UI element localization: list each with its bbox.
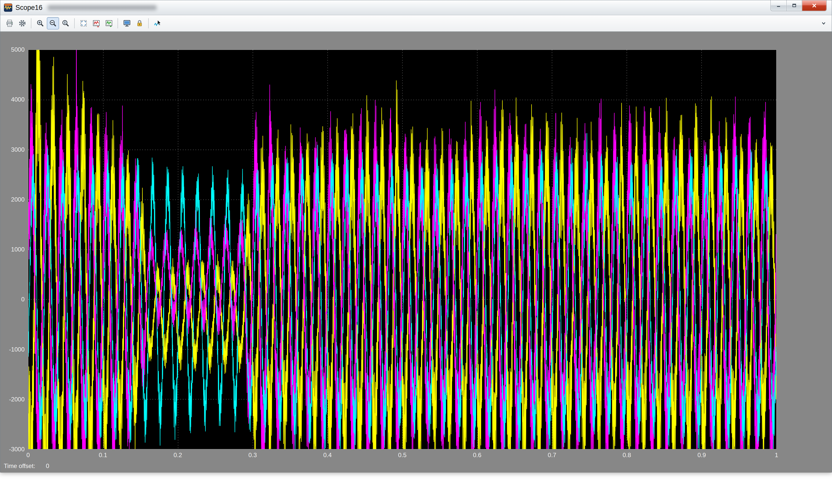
zoom-y-button[interactable] xyxy=(59,17,72,29)
toolbar-separator xyxy=(31,18,32,28)
x-tick-label: 1 xyxy=(761,451,792,459)
zoom-x-icon xyxy=(49,19,57,28)
x-tick-label: 0.5 xyxy=(387,451,418,459)
signal-selection-icon xyxy=(153,19,162,28)
time-offset-label: Time offset: xyxy=(4,462,35,469)
status-bar: Time offset:0 xyxy=(4,462,49,470)
figure-area: 500040003000200010000-1000-2000-3000 00.… xyxy=(0,32,832,473)
save-axes-button[interactable] xyxy=(90,17,102,29)
zoom-x-button[interactable] xyxy=(47,17,59,29)
minimize-button[interactable] xyxy=(771,0,786,11)
y-tick-label: 2000 xyxy=(0,196,25,203)
toolbar-overflow-icon[interactable] xyxy=(818,18,829,28)
toolbar-separator xyxy=(148,18,149,28)
toolbar-separator xyxy=(118,18,118,28)
toolbar-separator xyxy=(74,18,75,28)
time-offset-value: 0 xyxy=(46,462,49,469)
y-tick-label: -2000 xyxy=(0,396,25,403)
toolbar xyxy=(0,15,832,32)
scope-canvas[interactable] xyxy=(28,50,776,449)
autoscale-icon xyxy=(79,19,88,28)
maximize-button[interactable] xyxy=(786,0,802,11)
window-controls xyxy=(771,0,827,11)
print-icon xyxy=(5,19,14,28)
y-tick-label: 4000 xyxy=(0,96,25,103)
blurred-title-text xyxy=(48,5,157,10)
x-tick-label: 0.8 xyxy=(612,451,642,459)
x-tick-label: 0.4 xyxy=(312,451,343,459)
scope-window: Scope16 xyxy=(0,0,832,472)
scope-app-icon xyxy=(4,3,12,12)
x-tick-label: 0.1 xyxy=(88,451,118,459)
print-button[interactable] xyxy=(4,17,16,29)
lock-axes-button[interactable] xyxy=(133,17,146,29)
restore-axes-icon xyxy=(105,19,113,28)
x-tick-label: 0.2 xyxy=(163,451,193,459)
floating-scope-button[interactable] xyxy=(121,17,133,29)
y-tick-label: 1000 xyxy=(0,246,25,253)
parameters-icon xyxy=(18,19,27,28)
close-button[interactable] xyxy=(802,0,827,11)
y-tick-label: 3000 xyxy=(0,146,25,154)
y-tick-label: 0 xyxy=(0,296,25,303)
restore-axes-button[interactable] xyxy=(103,17,115,29)
x-tick-label: 0.6 xyxy=(462,451,492,459)
zoom-y-icon xyxy=(61,19,70,28)
plot-area[interactable] xyxy=(28,50,777,449)
titlebar[interactable]: Scope16 xyxy=(0,0,832,15)
y-tick-label: -1000 xyxy=(0,346,25,353)
y-tick-label: 5000 xyxy=(0,46,25,53)
x-tick-label: 0.7 xyxy=(537,451,567,459)
signal-selection-button[interactable] xyxy=(152,17,164,29)
lock-icon xyxy=(135,19,144,28)
autoscale-button[interactable] xyxy=(78,17,90,29)
save-axes-icon xyxy=(92,19,101,28)
x-tick-label: 0.3 xyxy=(237,451,268,459)
x-tick-label: 0.9 xyxy=(686,451,717,459)
zoom-icon xyxy=(36,19,45,28)
window-title: Scope16 xyxy=(16,4,43,12)
x-tick-label: 0 xyxy=(13,451,43,459)
zoom-button[interactable] xyxy=(34,17,46,29)
floating-scope-icon xyxy=(123,19,131,28)
parameters-button[interactable] xyxy=(16,17,28,29)
